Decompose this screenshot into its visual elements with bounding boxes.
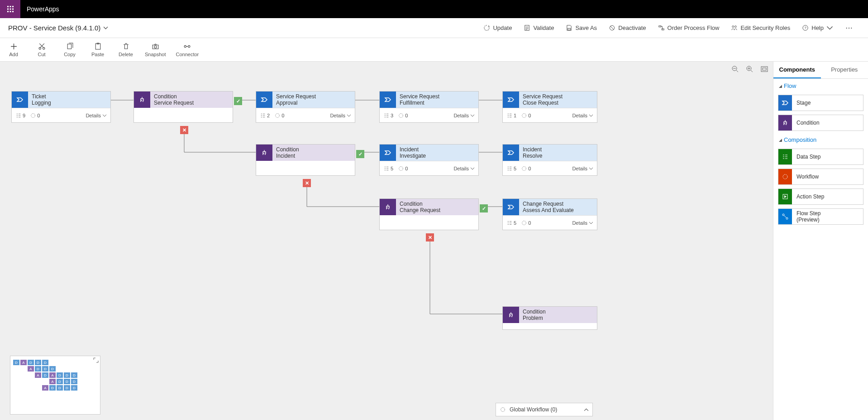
details-toggle[interactable]: Details (330, 113, 351, 118)
validate-button[interactable]: Validate (518, 24, 560, 31)
stage-icon (507, 203, 515, 211)
connector-icon (183, 43, 191, 50)
copy-button[interactable]: Copy (61, 43, 79, 57)
right-panel: Components Properties ◢Flow Stage Condit… (773, 62, 868, 420)
paste-button[interactable]: Paste (89, 43, 107, 57)
workflow-icon (782, 173, 789, 180)
trash-icon (122, 43, 130, 50)
details-toggle[interactable]: Details (453, 113, 475, 118)
details-toggle[interactable]: Details (453, 166, 475, 171)
stage-incident-resolve[interactable]: IncidentResolve 50Details (502, 144, 597, 176)
condition-incident[interactable]: ConditionIncident (256, 144, 355, 176)
condition-icon (782, 119, 789, 126)
svg-point-44 (31, 113, 35, 117)
details-toggle[interactable]: Details (572, 220, 593, 226)
stage-icon (782, 99, 789, 106)
cut-button[interactable]: Cut (33, 43, 51, 57)
stage-sr-approval[interactable]: Service RequestApproval 20Details (256, 91, 355, 123)
global-workflow-bar[interactable]: Global Workflow (0) (496, 403, 593, 416)
delete-button[interactable]: Delete (117, 43, 135, 57)
svg-point-49 (522, 166, 526, 170)
group-flow[interactable]: ◢Flow (773, 79, 868, 93)
details-toggle[interactable]: Details (572, 113, 593, 118)
svg-point-15 (735, 26, 737, 28)
saveas-button[interactable]: Save As (560, 24, 603, 31)
svg-point-50 (522, 221, 526, 225)
condition-true-badge: ✓ (480, 204, 488, 212)
component-datastep[interactable]: Data Step (778, 149, 863, 165)
condition-service-request[interactable]: ConditionService Request (134, 91, 233, 123)
security-button[interactable]: Edit Security Roles (725, 24, 796, 31)
details-toggle[interactable]: Details (86, 113, 107, 118)
stage-ticket-logging[interactable]: TicketLogging 90Details (11, 91, 111, 123)
svg-point-18 (39, 47, 41, 49)
connector-button[interactable]: Connector (176, 43, 199, 57)
minimap[interactable]: DADDD ADDD ADADDD ADDD ADDDD (10, 356, 100, 415)
deactivate-button[interactable]: Deactivate (603, 24, 652, 31)
svg-rect-12 (658, 26, 661, 27)
camera-icon (152, 43, 159, 50)
component-actionstep[interactable]: Action Step (778, 188, 863, 205)
condition-true-badge: ✓ (356, 150, 364, 158)
condition-false-badge: ✕ (426, 233, 434, 241)
update-button[interactable]: Update (477, 24, 518, 31)
stage-cr-assess[interactable]: Change RequestAssess And Evaluate 50Deta… (502, 198, 597, 230)
security-roles-icon (731, 24, 738, 31)
svg-point-47 (522, 113, 526, 117)
stage-icon (507, 96, 515, 103)
svg-point-25 (184, 45, 186, 47)
add-button[interactable]: Add (5, 43, 23, 57)
page-title[interactable]: PROV - Service Desk (9.4.1.0) (8, 24, 108, 32)
svg-rect-8 (12, 11, 14, 12)
svg-rect-4 (10, 9, 11, 10)
svg-rect-7 (10, 11, 11, 12)
svg-point-46 (399, 113, 403, 117)
condition-change-request[interactable]: ConditionChange Request (379, 198, 479, 230)
stage-incident-investigate[interactable]: IncidentInvestigate 50Details (379, 144, 479, 176)
refresh-icon (483, 24, 490, 31)
svg-rect-21 (95, 43, 100, 49)
svg-point-52 (783, 174, 787, 179)
component-workflow[interactable]: Workflow (778, 169, 863, 185)
flowstep-icon (782, 213, 789, 220)
chevron-down-icon (103, 25, 108, 30)
component-flowstep[interactable]: Flow Step (Preview) (778, 208, 863, 225)
component-stage[interactable]: Stage (778, 95, 863, 111)
actionstep-icon (782, 193, 789, 200)
tab-properties[interactable]: Properties (821, 62, 868, 78)
stage-sr-close[interactable]: Service RequestClose Request 10Details (502, 91, 597, 123)
svg-point-54 (782, 214, 784, 216)
copy-icon (66, 43, 74, 50)
waffle-icon (7, 5, 14, 13)
condition-true-badge: ✓ (234, 97, 242, 105)
details-toggle[interactable]: Details (572, 166, 593, 171)
tab-components[interactable]: Components (773, 62, 821, 78)
stage-sr-fulfillment[interactable]: Service RequestFulfillment 30Details (379, 91, 479, 123)
stage-icon (384, 149, 391, 156)
help-button[interactable]: ?Help (796, 24, 839, 31)
flow-canvas[interactable]: TicketLogging 90Details ConditionService… (0, 62, 773, 420)
chevron-down-icon (826, 24, 833, 31)
condition-problem[interactable]: ConditionProblem (502, 306, 597, 330)
deactivate-icon (609, 24, 615, 31)
svg-point-48 (399, 166, 403, 170)
group-composition[interactable]: ◢Composition (773, 133, 868, 147)
svg-point-55 (786, 217, 788, 219)
snapshot-button[interactable]: Snapshot (145, 43, 166, 57)
app-launcher[interactable] (0, 0, 20, 18)
component-condition[interactable]: Condition (778, 115, 863, 131)
more-button[interactable]: ⋯ (839, 24, 860, 32)
order-icon (658, 24, 665, 31)
save-icon (566, 24, 572, 31)
workflow-icon (500, 406, 506, 413)
condition-icon (384, 203, 391, 211)
svg-rect-10 (568, 28, 571, 30)
stage-icon (16, 96, 24, 103)
svg-point-26 (188, 45, 190, 47)
svg-rect-0 (7, 6, 9, 7)
condition-false-badge: ✕ (180, 126, 188, 134)
svg-point-51 (501, 408, 505, 412)
workflow-count: 0 (30, 112, 40, 119)
svg-rect-2 (12, 6, 14, 7)
order-button[interactable]: Order Process Flow (652, 24, 725, 31)
